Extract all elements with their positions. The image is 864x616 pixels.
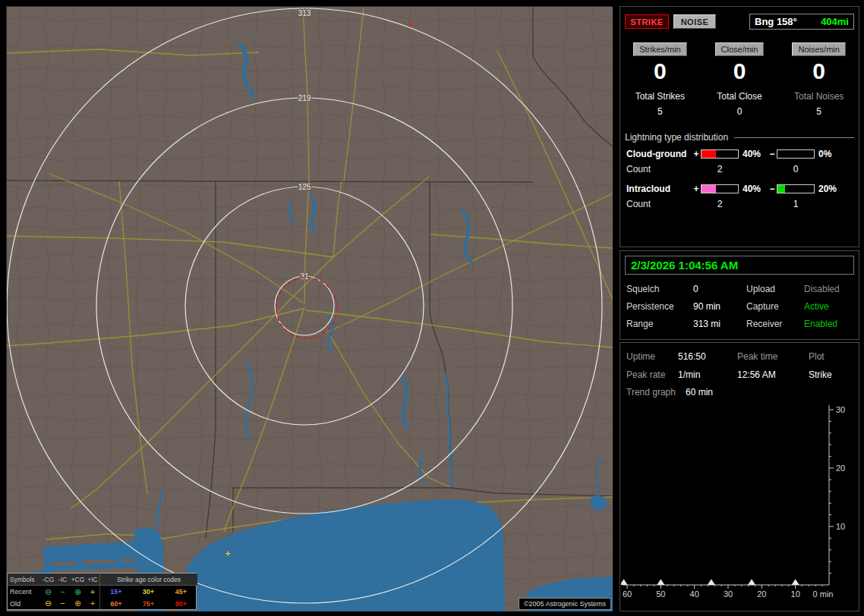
bearing-value: 404mi <box>821 16 849 27</box>
legend-row-label: Old <box>8 598 41 609</box>
y-tick-label: 30 <box>836 405 845 414</box>
plus-sign: + <box>692 184 701 194</box>
nexstorm-window: { "map": { "ring_labels": ["313", "219",… <box>0 0 864 616</box>
intracloud-count-row: Count 2 1 <box>620 196 859 211</box>
pos-cg-icon: ⊕ <box>70 598 86 609</box>
peak-time-value: 12:56 AM <box>737 369 809 380</box>
trend-spike <box>708 579 715 585</box>
bar-fill <box>702 185 716 193</box>
age-code: 30+ <box>132 586 165 598</box>
pos-count: 2 <box>701 199 739 209</box>
bar-fill <box>702 150 716 158</box>
ring-label-313: 313 <box>298 9 311 17</box>
status-panel: 2/3/2026 1:04:56 AM Squelch 0 Upload Dis… <box>620 250 859 340</box>
receiver-label: Receiver <box>746 319 804 329</box>
pos-ic-icon: + <box>86 586 99 598</box>
noises-counter: Noises/min 0 Total Noises 5 <box>779 42 859 117</box>
receiver-status: Enabled <box>804 319 853 329</box>
cloud-ground-row: Cloud-ground + 40% − 0% <box>620 146 859 161</box>
y-tick-label: 20 <box>836 464 845 473</box>
copyright-notice: ©2005 Astrogenic Systems <box>519 598 611 610</box>
strike-button[interactable]: STRIKE <box>625 14 669 29</box>
total-noises-value: 5 <box>779 106 859 117</box>
persistence-value: 90 min <box>693 301 746 312</box>
noise-button[interactable]: NOISE <box>673 14 716 29</box>
range-value: 313 mi <box>693 319 746 329</box>
sidebar: STRIKE NOISE Bng 158° 404mi Strikes/min … <box>620 0 859 616</box>
legend-row-label: Recent <box>8 586 41 598</box>
noises-per-min-chip[interactable]: Noises/min <box>792 42 845 56</box>
legend-type-header: +CG <box>70 574 86 586</box>
close-per-min-value: 0 <box>700 59 780 83</box>
trend-window-value: 60 min <box>686 387 853 398</box>
trend-spike <box>621 579 628 585</box>
upload-label: Upload <box>746 284 804 294</box>
cloud-ground-count-row: Count 2 0 <box>620 161 859 176</box>
minus-sign: − <box>768 149 777 159</box>
pos-count: 2 <box>701 164 739 174</box>
age-code: 60+ <box>99 598 132 609</box>
neg-cg-icon: ⊖ <box>41 586 55 598</box>
strikes-per-min-chip[interactable]: Strikes/min <box>633 42 686 56</box>
plot-label: Plot <box>809 351 853 362</box>
age-code: 15+ <box>99 586 132 598</box>
type-name: Intracloud <box>626 184 692 194</box>
ring-label-219: 219 <box>298 94 311 102</box>
squelch-label: Squelch <box>626 284 693 294</box>
age-code: 45+ <box>165 586 197 598</box>
capture-status: Active <box>804 301 853 312</box>
trend-spike <box>657 579 664 585</box>
bearing-box: Bng 158° 404mi <box>749 14 854 30</box>
neg-ic-icon: − <box>55 598 70 609</box>
age-code: 90+ <box>165 598 197 609</box>
strike-symbol: + <box>408 17 415 29</box>
trend-panel: Uptime 516:50 Peak time Plot Peak rate 1… <box>620 342 859 611</box>
minus-sign: − <box>768 184 777 194</box>
ring-label-31: 31 <box>300 272 309 281</box>
x-axis-end-label: 0 min <box>813 589 834 599</box>
total-close-value: 0 <box>700 106 780 117</box>
neg-count: 0 <box>777 164 815 174</box>
distribution-title: Lightning type distribution <box>625 132 728 143</box>
trend-spike <box>748 579 755 585</box>
map-canvas[interactable]: 313 219 125 31 ++ <box>7 7 613 611</box>
map-legend: Symbols -CG -IC +CG +IC Strike age color… <box>7 573 197 610</box>
pos-percentage-bar <box>701 184 739 193</box>
plus-sign: + <box>692 149 701 159</box>
ring-label-125: 125 <box>298 183 311 191</box>
distribution-title-row: Lightning type distribution <box>625 132 854 143</box>
pos-percentage: 40% <box>739 184 768 194</box>
strikes-counter: Strikes/min 0 Total Strikes 5 <box>620 42 700 117</box>
counters-panel: STRIKE NOISE Bng 158° 404mi Strikes/min … <box>620 6 859 247</box>
x-tick-label: 40 <box>690 589 699 599</box>
age-code: 75+ <box>132 598 165 609</box>
bearing-label: Bng 158° <box>755 16 797 27</box>
trend-graph-label: Trend graph <box>626 387 686 398</box>
total-strikes-label: Total Strikes <box>620 91 700 102</box>
lightning-map-panel: 313 219 125 31 ++ Symbols -CG -IC +CG +I… <box>6 6 612 611</box>
x-tick-label: 20 <box>757 589 766 599</box>
peak-rate-label: Peak rate <box>626 369 678 380</box>
x-tick-label: 30 <box>724 589 733 599</box>
uptime-label: Uptime <box>626 351 678 362</box>
range-label: Range <box>626 319 693 329</box>
neg-count: 1 <box>777 199 815 209</box>
squelch-value: 0 <box>693 284 746 294</box>
x-tick-label: 50 <box>656 589 665 599</box>
pos-ic-icon: + <box>86 598 99 609</box>
trend-graph: 1020306050403020100 min <box>621 402 858 608</box>
close-per-min-chip[interactable]: Close/min <box>715 42 765 56</box>
peak-rate-value: 1/min <box>678 369 737 380</box>
legend-age-header: Strike age color codes <box>99 574 197 586</box>
count-label: Count <box>626 199 692 209</box>
neg-percentage-bar <box>777 149 815 159</box>
neg-ic-icon: − <box>55 586 70 598</box>
legend-type-header: -CG <box>41 574 55 586</box>
total-noises-label: Total Noises <box>779 91 859 102</box>
plot-value: Strike <box>809 369 853 380</box>
type-name: Cloud-ground <box>626 149 692 159</box>
pos-percentage: 40% <box>739 149 768 159</box>
upload-status: Disabled <box>804 284 853 294</box>
total-strikes-value: 5 <box>620 106 700 117</box>
close-counter: Close/min 0 Total Close 0 <box>700 42 780 117</box>
